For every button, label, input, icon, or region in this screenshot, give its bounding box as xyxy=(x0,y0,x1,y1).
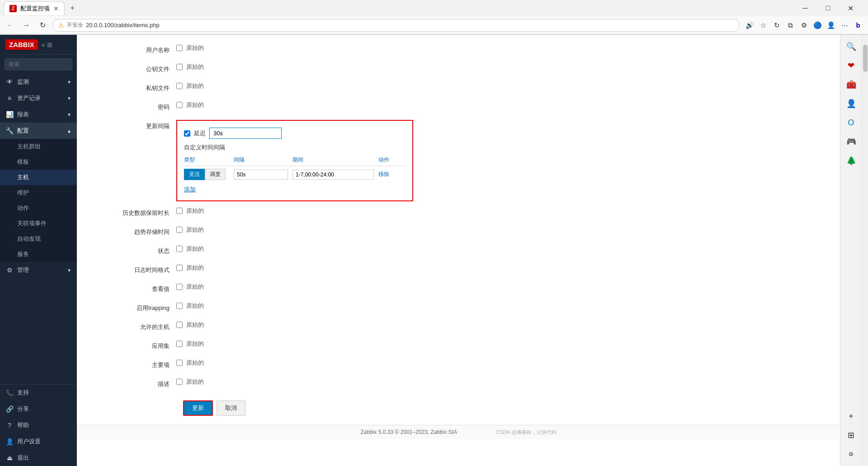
edge-favorites-btn[interactable]: ❤ xyxy=(843,57,859,74)
edge-games-btn[interactable]: 🎮 xyxy=(843,133,859,150)
edge-btn[interactable]: 🔵 xyxy=(811,19,824,32)
config-icon: 🔧 xyxy=(5,127,14,134)
read-aloud-btn[interactable]: 🔊 xyxy=(743,19,756,32)
custom-label: 自定义时间间隔 xyxy=(184,143,406,152)
edge-profile-btn[interactable]: 👤 xyxy=(843,95,859,112)
sidebar-item-help[interactable]: ? 帮助 xyxy=(0,417,77,433)
master-item-row: 主要项 原始的 xyxy=(86,359,822,372)
refresh-btn2[interactable]: ↻ xyxy=(770,19,783,32)
user-settings-icon: 👤 xyxy=(5,438,14,445)
cancel-button[interactable]: 取消 xyxy=(217,400,245,416)
forward-button[interactable]: → xyxy=(20,19,33,32)
minimize-button[interactable]: ─ xyxy=(795,1,816,15)
submenu-templates[interactable]: 模板 xyxy=(0,154,77,170)
history-checkbox[interactable] xyxy=(176,208,183,214)
edge-outlook-btn[interactable]: O xyxy=(843,114,859,131)
app-set-checkbox[interactable] xyxy=(176,341,183,347)
description-checkbox[interactable] xyxy=(176,379,183,385)
master-item-checkbox[interactable] xyxy=(176,360,183,366)
sidebar-label-user-settings: 用户设置 xyxy=(17,437,41,446)
scrollbar-thumb[interactable] xyxy=(863,45,868,72)
remove-interval-link[interactable]: 移除 xyxy=(378,171,389,177)
delay-input[interactable] xyxy=(209,128,282,139)
description-label: 描述 xyxy=(86,378,176,388)
add-interval-link[interactable]: 添加 xyxy=(184,185,196,194)
config-arrow: ▲ xyxy=(67,128,71,133)
edge-search-btn[interactable]: 🔍 xyxy=(843,38,859,55)
edge-logo-btn[interactable]: b xyxy=(852,19,864,32)
allowed-hosts-checkbox[interactable] xyxy=(176,322,183,328)
sidebar-item-config[interactable]: 🔧 配置 ▲ xyxy=(0,123,77,139)
form-buttons: 更新 取消 xyxy=(86,400,822,416)
edge-add-btn[interactable]: + xyxy=(843,408,859,424)
allowed-hosts-label: 允许的主机 xyxy=(86,321,176,331)
allowed-hosts-value: 原始的 xyxy=(186,321,204,329)
pubkey-checkbox[interactable] xyxy=(176,64,183,70)
edge-settings-btn[interactable]: ⚙ xyxy=(843,446,859,462)
submenu-host-groups[interactable]: 主机群组 xyxy=(0,139,77,154)
status-checkbox[interactable] xyxy=(176,246,183,252)
sidebar-item-user-settings[interactable]: 👤 用户设置 xyxy=(0,433,77,450)
sidebar-item-logout[interactable]: ⏏ 退出 xyxy=(0,450,77,466)
refresh-button[interactable]: ↻ xyxy=(36,19,49,32)
sidebar-label-support: 支持 xyxy=(17,389,29,397)
pubkey-label: 公钥文件 xyxy=(86,63,176,73)
trends-label: 趋势存储时间 xyxy=(86,226,176,236)
update-interval-section: 延迟 自定义时间间隔 类型 间隔 期间 动 xyxy=(176,120,413,201)
update-button[interactable]: 更新 xyxy=(183,400,213,416)
privkey-checkbox[interactable] xyxy=(176,83,183,89)
submenu-correlation[interactable]: 关联项事件 xyxy=(0,216,77,231)
trapping-checkbox[interactable] xyxy=(176,303,183,309)
profile-btn[interactable]: 👤 xyxy=(825,19,837,32)
sidebar-item-admin[interactable]: ⚙ 管理 ▼ xyxy=(0,262,77,278)
favorites-btn[interactable]: ☆ xyxy=(757,19,769,32)
address-bar[interactable]: ⚠ 不安全 20.0.0.100/zabbix/items.php xyxy=(52,19,740,32)
submenu-hosts[interactable]: 主机 xyxy=(0,170,77,185)
tab-close-btn[interactable]: ✕ xyxy=(53,5,59,12)
edge-tree-btn[interactable]: 🌲 xyxy=(843,152,859,169)
submenu-actions[interactable]: 动作 xyxy=(0,200,77,216)
username-value: 原始的 xyxy=(186,44,204,52)
sidebar-label-assets: 资产记录 xyxy=(17,94,41,102)
new-tab-button[interactable]: + xyxy=(66,4,79,13)
sidebar-search-input[interactable] xyxy=(5,58,72,70)
admin-icon: ⚙ xyxy=(5,266,14,274)
trapping-label: 启用trapping xyxy=(86,302,176,312)
sidebar-item-share[interactable]: 🔗 分享 xyxy=(0,401,77,417)
sidebar-item-assets[interactable]: ≡ 资产记录 ▼ xyxy=(0,90,77,106)
submenu-discovery[interactable]: 自动发现 xyxy=(0,231,77,247)
edge-expand-btn[interactable]: ⊞ xyxy=(843,427,859,443)
log-format-checkbox[interactable] xyxy=(176,265,183,271)
trends-checkbox[interactable] xyxy=(176,227,183,233)
type-scheduling-btn[interactable]: 调度 xyxy=(205,169,226,180)
period-value-input[interactable] xyxy=(292,170,374,180)
username-checkbox[interactable] xyxy=(176,45,183,51)
vertical-scrollbar[interactable] xyxy=(862,35,868,466)
collapse-icon[interactable]: « xyxy=(42,41,45,48)
browser-settings-btn[interactable]: ⚙ xyxy=(797,19,810,32)
expand-icon[interactable]: ⊞ xyxy=(47,41,52,48)
admin-arrow: ▼ xyxy=(67,268,71,273)
update-interval-row: 更新间隔 延迟 自定义时间间隔 xyxy=(86,120,822,201)
close-button[interactable]: ✕ xyxy=(840,1,861,15)
update-interval-checkbox[interactable] xyxy=(184,130,190,137)
interval-value-input[interactable] xyxy=(234,170,288,180)
type-flexible-btn[interactable]: 灵活 xyxy=(184,169,205,180)
app-set-value: 原始的 xyxy=(186,340,204,348)
sidebar-item-reports[interactable]: 📊 报表 ▼ xyxy=(0,106,77,123)
split-screen-btn[interactable]: ⧉ xyxy=(784,19,797,32)
sidebar-item-monitor[interactable]: 👁 监测 ▼ xyxy=(0,74,77,90)
sidebar-item-support[interactable]: 📞 支持 xyxy=(0,385,77,401)
lookup-checkbox[interactable] xyxy=(176,284,183,290)
password-checkbox[interactable] xyxy=(176,102,183,108)
sidebar-label-monitor: 监测 xyxy=(17,78,29,86)
back-button[interactable]: ← xyxy=(4,19,16,32)
edge-toolkit-btn[interactable]: 🧰 xyxy=(843,76,859,93)
submenu-maintenance[interactable]: 维护 xyxy=(0,185,77,200)
password-row: 密码 原始的 xyxy=(86,101,822,114)
submenu-services[interactable]: 服务 xyxy=(0,247,77,262)
browser-tab[interactable]: Z 配置监控项 ✕ xyxy=(4,1,65,15)
maximize-button[interactable]: □ xyxy=(817,1,838,15)
trends-value: 原始的 xyxy=(186,226,204,234)
more-btn[interactable]: ⋯ xyxy=(838,19,851,32)
